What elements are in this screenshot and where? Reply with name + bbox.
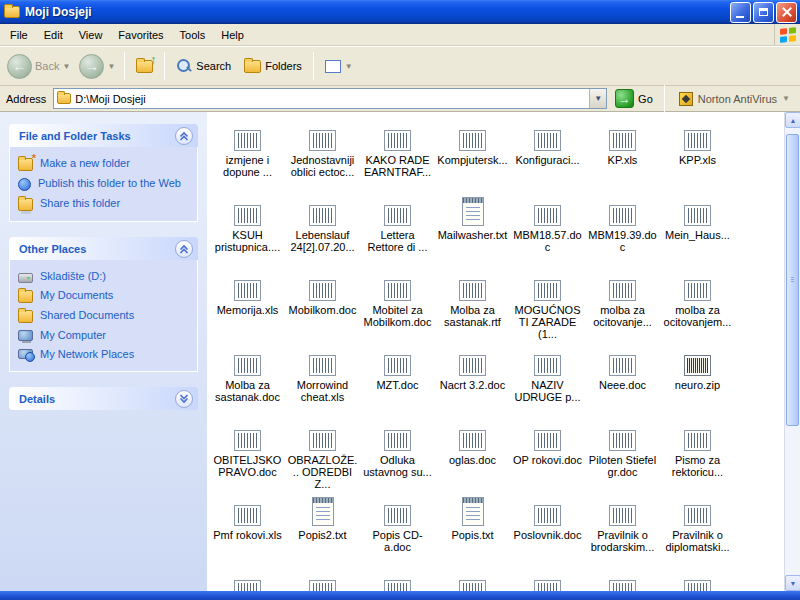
collapse-section-button[interactable] — [175, 240, 193, 258]
doc-file-icon — [534, 130, 561, 151]
sidebar-item-shared-documents[interactable]: Shared Documents — [18, 306, 189, 326]
file-item[interactable]: MZT.doc — [360, 341, 435, 416]
norton-dropdown-icon: ▼ — [782, 94, 790, 103]
norton-antivirus-button[interactable]: Norton AntiVirus ▼ — [673, 92, 796, 106]
file-folder-tasks-header[interactable]: File and Folder Tasks — [9, 124, 198, 147]
file-item[interactable] — [360, 566, 435, 591]
file-item[interactable]: KAKO RADE EARNTRAF... — [360, 116, 435, 191]
sidebar-item-my-documents[interactable]: My Documents — [18, 286, 189, 306]
file-item[interactable]: Pismo za rektoricu... — [660, 416, 735, 491]
file-item[interactable]: KSUH pristupnica.... — [210, 191, 285, 266]
address-dropdown-button[interactable]: ▼ — [589, 89, 606, 108]
file-item[interactable]: Odluka ustavnog su... — [360, 416, 435, 491]
file-item[interactable] — [285, 566, 360, 591]
file-item[interactable]: OP rokovi.doc — [510, 416, 585, 491]
back-button[interactable]: ← Back ▼ — [4, 52, 73, 81]
file-item[interactable]: Pravilnik o brodarskim... — [585, 491, 660, 566]
up-button[interactable]: ↑ — [131, 57, 158, 76]
forward-button[interactable]: → ▼ — [76, 52, 118, 81]
file-item[interactable]: OBITELJSKO PRAVO.doc — [210, 416, 285, 491]
expand-section-button[interactable] — [175, 390, 193, 408]
file-item[interactable]: Kompjutersk... — [435, 116, 510, 191]
section-title: Other Places — [19, 243, 175, 255]
file-item[interactable]: KPP.xls — [660, 116, 735, 191]
file-item[interactable]: Mailwasher.txt — [435, 191, 510, 266]
menu-favorites[interactable]: Favorites — [110, 26, 171, 44]
file-item[interactable] — [585, 566, 660, 591]
file-item[interactable]: molba za ocitovanje... — [585, 266, 660, 341]
file-item[interactable]: MBM19.39.doc — [585, 191, 660, 266]
sidebar-item-my-computer[interactable]: My Computer — [18, 326, 189, 345]
doc-file-icon — [384, 355, 411, 376]
file-item[interactable]: Jednostavniji oblici ectoc... — [285, 116, 360, 191]
taskbar-strip[interactable] — [0, 591, 800, 600]
vertical-scrollbar[interactable]: ▲ ▼ — [784, 112, 800, 591]
file-item[interactable]: Popis2.txt — [285, 491, 360, 566]
file-item[interactable] — [210, 566, 285, 591]
file-item[interactable]: MBM18.57.doc — [510, 191, 585, 266]
address-field[interactable]: D:\Moji Dosjeji ▼ — [53, 88, 607, 109]
file-name: MOGUĆNOSTI ZARADE (1... — [512, 304, 584, 340]
addressbar-separator — [664, 85, 665, 113]
file-item[interactable]: Mobilkom.doc — [285, 266, 360, 341]
file-item[interactable]: Memorija.xls — [210, 266, 285, 341]
file-item[interactable]: NAZIV UDRUGE p... — [510, 341, 585, 416]
file-item[interactable]: Poslovnik.doc — [510, 491, 585, 566]
file-item[interactable] — [660, 566, 735, 591]
sidebar-item-my-network-places[interactable]: My Network Places — [18, 345, 189, 364]
file-item[interactable]: izmjene i dopune ... — [210, 116, 285, 191]
file-name: KP.xls — [608, 154, 638, 166]
file-item[interactable]: Lettera Rettore di ... — [360, 191, 435, 266]
file-item[interactable]: Lebenslauf 24[2].07.20... — [285, 191, 360, 266]
menu-help[interactable]: Help — [213, 26, 252, 44]
doc-file-icon — [234, 580, 261, 591]
menu-tools[interactable]: Tools — [172, 26, 214, 44]
file-item[interactable]: Konfiguraci... — [510, 116, 585, 191]
file-item[interactable]: Popis.txt — [435, 491, 510, 566]
norton-icon — [679, 92, 693, 106]
txt-file-icon — [462, 197, 484, 226]
file-item[interactable]: molba za ocitovanjem... — [660, 266, 735, 341]
file-name: Mobilkom.doc — [289, 304, 357, 316]
scrollbar-thumb[interactable] — [786, 134, 799, 426]
my-network-icon — [18, 349, 33, 359]
file-item[interactable]: Molba za sastanak.rtf — [435, 266, 510, 341]
sidebar-item-share-this-folder[interactable]: Share this folder — [18, 194, 189, 214]
scroll-up-button[interactable]: ▲ — [785, 112, 800, 128]
file-item[interactable]: KP.xls — [585, 116, 660, 191]
file-item[interactable] — [435, 566, 510, 591]
go-button[interactable]: → Go — [612, 89, 656, 108]
scroll-down-button[interactable]: ▼ — [785, 575, 800, 591]
file-item[interactable]: OBRAZLOŽE... ODREDBI Z... — [285, 416, 360, 491]
maximize-button[interactable] — [753, 2, 774, 23]
views-button[interactable]: ▼ — [320, 57, 358, 76]
file-item[interactable]: Neee.doc — [585, 341, 660, 416]
file-item[interactable]: oglas.doc — [435, 416, 510, 491]
other-places-header[interactable]: Other Places — [9, 237, 198, 260]
file-item[interactable]: Piloten Stiefel gr.doc — [585, 416, 660, 491]
file-item[interactable]: Mobitel za Mobilkom.doc — [360, 266, 435, 341]
close-button[interactable] — [776, 2, 797, 23]
search-button[interactable]: Search — [171, 55, 236, 77]
file-item[interactable]: Nacrt 3.2.doc — [435, 341, 510, 416]
sidebar-item-publish-this-folder-to-the-web[interactable]: Publish this folder to the Web — [18, 174, 189, 194]
file-item[interactable]: MOGUĆNOSTI ZARADE (1... — [510, 266, 585, 341]
file-item[interactable]: Popis CD-a.doc — [360, 491, 435, 566]
details-header[interactable]: Details — [9, 387, 198, 410]
folders-button[interactable]: Folders — [239, 57, 307, 76]
file-item[interactable]: neuro.zip — [660, 341, 735, 416]
menu-view[interactable]: View — [71, 26, 111, 44]
menu-file[interactable]: File — [2, 26, 36, 44]
file-item[interactable]: Molba za sastanak.doc — [210, 341, 285, 416]
menu-edit[interactable]: Edit — [36, 26, 71, 44]
file-item[interactable]: Mein_Haus... — [660, 191, 735, 266]
sidebar-item-make-a-new-folder[interactable]: Make a new folder — [18, 154, 189, 174]
file-item[interactable] — [510, 566, 585, 591]
file-item[interactable]: Pmf rokovi.xls — [210, 491, 285, 566]
sidebar-item-skladi-te-d[interactable]: Skladište (D:) — [18, 267, 189, 286]
file-item[interactable]: Pravilnik o diplomatski... — [660, 491, 735, 566]
file-item[interactable]: Morrowind cheat.xls — [285, 341, 360, 416]
collapse-section-button[interactable] — [175, 127, 193, 145]
sidebar-item-label: My Computer — [40, 329, 106, 342]
minimize-button[interactable] — [730, 2, 751, 23]
